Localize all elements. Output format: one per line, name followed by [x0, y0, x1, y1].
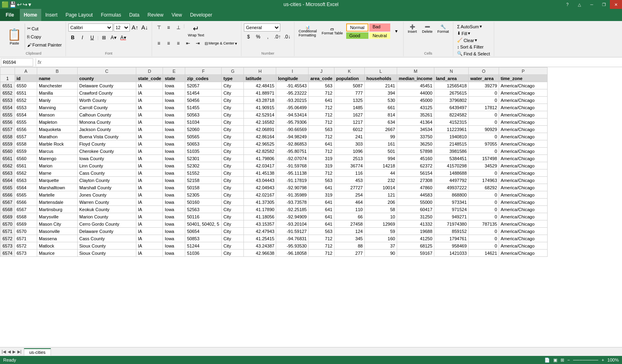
cell[interactable]: Iowa	[163, 250, 185, 257]
cell[interactable]: Iowa	[163, 104, 185, 111]
cell[interactable]: Martensdale	[37, 199, 78, 206]
cell[interactable]: 641	[309, 220, 334, 228]
customize-icon[interactable]: ▾	[28, 1, 31, 8]
cell[interactable]: Manning	[37, 104, 78, 111]
cell[interactable]: 41.90915	[244, 104, 276, 111]
cell[interactable]: Marysville	[37, 213, 78, 220]
cell[interactable]: IA	[136, 126, 163, 133]
cell[interactable]: 34529	[469, 162, 499, 169]
cell[interactable]: 45451	[397, 82, 434, 89]
cell[interactable]: 2141	[364, 82, 397, 89]
cell[interactable]: IA	[136, 82, 163, 89]
cell[interactable]: land_area	[434, 75, 469, 82]
cell[interactable]: 712	[309, 133, 334, 140]
cell[interactable]: 6550	[15, 82, 37, 89]
increase-indent-button[interactable]: ⇥	[193, 39, 202, 47]
cell[interactable]: 1217	[334, 119, 364, 126]
cell[interactable]: 90929	[469, 126, 499, 133]
cell[interactable]: -92.94909	[276, 213, 309, 220]
cell[interactable]: 97055	[469, 140, 499, 148]
cell[interactable]: 42.06891	[244, 126, 276, 133]
cell[interactable]: America/Chicago	[499, 220, 548, 228]
cell[interactable]: 464	[334, 199, 364, 206]
cell[interactable]: 641	[309, 213, 334, 220]
cell[interactable]: 60417	[397, 206, 434, 213]
cell[interactable]: Maurice	[37, 250, 78, 257]
cell[interactable]: 50654	[185, 228, 222, 235]
cell[interactable]: 42.86164	[244, 133, 276, 140]
cell[interactable]: Marshall County	[78, 184, 136, 191]
cell[interactable]: 45000	[397, 97, 434, 104]
page-layout-icon[interactable]: 📄	[544, 358, 550, 363]
col-header-K[interactable]: K	[334, 68, 364, 75]
delete-button[interactable]: ➖ Delete	[421, 23, 434, 34]
row-number[interactable]: 6561	[0, 155, 15, 162]
cell[interactable]: 12969	[364, 220, 397, 228]
cell[interactable]: -94.98249	[276, 133, 309, 140]
clear-button[interactable]: 🧹 Clear ▾	[456, 37, 478, 43]
window-controls[interactable]: ? △ ─ ❐ ✕	[561, 0, 622, 9]
zoom-in-icon[interactable]: +	[601, 358, 604, 362]
cell[interactable]: 57898	[397, 148, 434, 155]
cell[interactable]: America/Chicago	[499, 155, 548, 162]
cell[interactable]: Manson	[37, 111, 78, 119]
cell[interactable]: 51034	[185, 119, 222, 126]
cell[interactable]: 6551	[15, 89, 37, 97]
cell[interactable]: 43.24387	[244, 242, 276, 250]
cell[interactable]: 206	[364, 199, 397, 206]
cell[interactable]: 319	[309, 162, 334, 169]
cell[interactable]: 0	[469, 148, 499, 155]
cell[interactable]: Marquette	[37, 177, 78, 184]
cell[interactable]: 0	[469, 119, 499, 126]
cell[interactable]: 36250	[397, 140, 434, 148]
cell[interactable]: 42.82582	[244, 148, 276, 155]
cell[interactable]: 232	[364, 177, 397, 184]
cell[interactable]: 11223961	[434, 126, 469, 133]
autosum-dropdown[interactable]: ▾	[480, 24, 482, 29]
cell[interactable]: water_area	[469, 75, 499, 82]
cell[interactable]: 634	[364, 119, 397, 126]
bad-style[interactable]: Bad	[369, 23, 390, 32]
cell[interactable]: Iowa	[163, 148, 185, 155]
cell[interactable]: 6553	[15, 104, 37, 111]
cell[interactable]: City	[222, 140, 244, 148]
cell[interactable]: Matlock	[37, 242, 78, 250]
cell[interactable]: 5087	[334, 82, 364, 89]
cell[interactable]: 712	[309, 119, 334, 126]
underline-button[interactable]: U	[88, 34, 97, 42]
cell[interactable]: 41.79806	[244, 155, 276, 162]
cell[interactable]: Jackson County	[78, 126, 136, 133]
good-style[interactable]: Good	[346, 32, 368, 39]
cell[interactable]: Carroll County	[78, 104, 136, 111]
cell[interactable]: 2148515	[434, 140, 469, 148]
cell[interactable]: 712	[309, 111, 334, 119]
cell[interactable]: 44000	[397, 89, 434, 97]
cell[interactable]: 50158	[185, 184, 222, 191]
cell[interactable]: 43.04443	[244, 177, 276, 184]
paste-button[interactable]: 📋 Paste	[4, 23, 25, 50]
cell[interactable]: Iowa	[163, 213, 185, 220]
cell[interactable]: Cass County	[78, 235, 136, 242]
cell[interactable]: 50401, 50402, 5	[185, 220, 222, 228]
cell[interactable]: time_zone	[499, 75, 548, 82]
cell[interactable]: 254	[334, 191, 364, 199]
cell[interactable]: Iowa	[163, 191, 185, 199]
cell[interactable]: 6572	[15, 242, 37, 250]
cell[interactable]: Iowa	[163, 199, 185, 206]
cell[interactable]: Sioux County	[78, 250, 136, 257]
page-layout-menu[interactable]: Page Layout	[61, 9, 97, 21]
close-button[interactable]: ✕	[610, 0, 622, 9]
cell[interactable]: Massena	[37, 235, 78, 242]
cell[interactable]: 52563	[185, 206, 222, 213]
file-menu[interactable]: File	[0, 9, 20, 21]
cell[interactable]: 0	[469, 242, 499, 250]
cell[interactable]: 56154	[397, 169, 434, 177]
cell[interactable]: 303	[334, 140, 364, 148]
undo-icon[interactable]: ↩	[17, 1, 22, 8]
cell[interactable]: Delaware County	[78, 228, 136, 235]
cell[interactable]: 49937222	[434, 184, 469, 191]
cell[interactable]: America/Chicago	[499, 82, 548, 89]
cell[interactable]: Iowa	[163, 133, 185, 140]
cell[interactable]: 88	[334, 242, 364, 250]
cell[interactable]: 712	[309, 250, 334, 257]
